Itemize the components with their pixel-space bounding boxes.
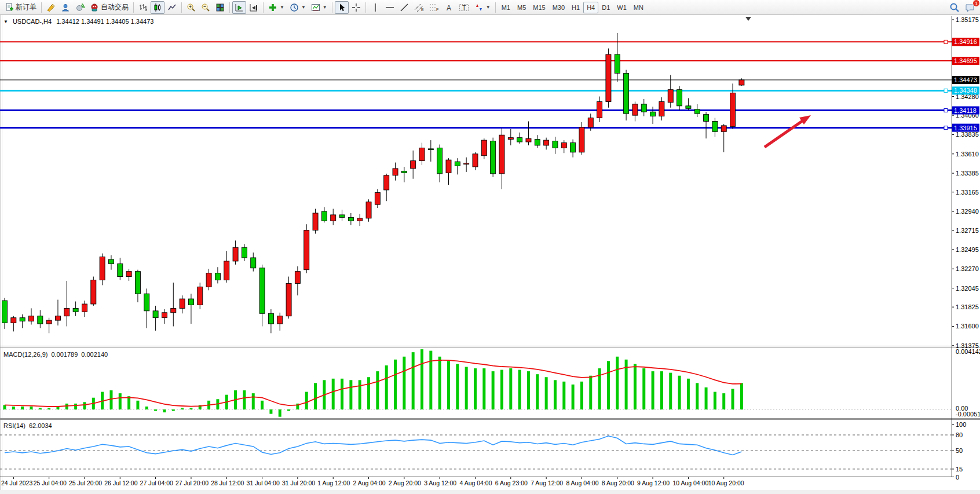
- chat-button[interactable]: 1: [963, 1, 978, 14]
- candle-body: [588, 118, 593, 127]
- candle-body: [339, 215, 345, 217]
- candle-body: [11, 318, 16, 323]
- macd-axis-label: 0.004142: [956, 348, 980, 355]
- macd-histogram-bar: [367, 377, 370, 409]
- rsi-value: 62.0034: [29, 422, 52, 429]
- cursor-tool-button[interactable]: [335, 1, 349, 14]
- tab-timeframe-H1[interactable]: H1: [568, 2, 583, 13]
- tile-windows-icon: [215, 3, 225, 12]
- macd-histogram-bar: [376, 371, 379, 409]
- toolbar-separator: [181, 2, 182, 13]
- candle-body: [526, 138, 531, 142]
- bar-chart-button[interactable]: [136, 1, 150, 14]
- macd-histogram-bar: [154, 409, 157, 411]
- community-button[interactable]: [58, 1, 72, 14]
- zoom-in-button[interactable]: [184, 1, 198, 14]
- new-order-icon: [5, 3, 14, 12]
- crosshair-tool-button[interactable]: [349, 1, 363, 14]
- trendline-tool-button[interactable]: [397, 1, 411, 14]
- chart-canvas[interactable]: 1.351751.342801.340601.338351.336101.333…: [0, 15, 980, 494]
- macd-histogram-bar: [447, 361, 450, 409]
- macd-histogram-bar: [545, 377, 548, 409]
- auto-trading-button[interactable]: 自动交易: [87, 1, 131, 14]
- price-tick-label: 1.32495: [956, 246, 979, 253]
- tab-timeframe-H4[interactable]: H4: [583, 2, 598, 13]
- candle-body: [233, 247, 238, 261]
- indicators-button[interactable]: ▼: [266, 1, 287, 14]
- svg-text:F: F: [436, 8, 438, 12]
- timeframe-group: M1M5M15M30H1H4D1W1MN: [498, 2, 647, 13]
- tile-windows-button[interactable]: [213, 1, 227, 14]
- macd-histogram-bar: [500, 370, 503, 409]
- tab-timeframe-M15[interactable]: M15: [529, 2, 548, 13]
- collapse-triangle-icon[interactable]: ▼: [3, 19, 8, 24]
- macd-histogram-bar: [39, 408, 42, 409]
- macd-histogram-bar: [420, 349, 423, 409]
- text-label-tool-button[interactable]: T: [456, 1, 471, 14]
- macd-histogram-bar: [189, 408, 192, 409]
- chevron-down-icon: ▼: [280, 5, 284, 10]
- new-order-button[interactable]: 新订单: [2, 1, 39, 14]
- macd-histogram-bar: [714, 392, 716, 409]
- macd-histogram-bar: [341, 379, 343, 409]
- line-chart-button[interactable]: [165, 1, 179, 14]
- bottom-strip: [0, 490, 980, 494]
- tab-timeframe-W1[interactable]: W1: [613, 2, 630, 13]
- candle-body: [455, 162, 460, 166]
- candle-body: [668, 90, 673, 103]
- macd-histogram-bar: [696, 383, 699, 409]
- price-tick-label: 1.31825: [956, 303, 979, 310]
- search-button[interactable]: [947, 1, 962, 14]
- macd-histogram-bar: [269, 409, 272, 414]
- horizontal-line-tool-button[interactable]: [383, 1, 397, 14]
- tab-timeframe-MN[interactable]: MN: [630, 2, 647, 13]
- hline-handle[interactable]: [944, 40, 948, 43]
- candle-body: [277, 316, 283, 324]
- macd-histogram-bar: [687, 379, 690, 409]
- community-person-icon: [61, 3, 70, 12]
- candle-body: [144, 294, 149, 311]
- hline-handle[interactable]: [944, 126, 948, 130]
- candle-body: [694, 109, 700, 114]
- chart-shift-button[interactable]: [247, 1, 261, 14]
- price-tick-label: 1.33835: [956, 131, 979, 138]
- time-tick-label: 10 Aug 04:00: [672, 480, 708, 486]
- text-tool-button[interactable]: A: [442, 1, 456, 14]
- chart-window[interactable]: 1.351751.342801.340601.338351.336101.333…: [0, 15, 980, 494]
- macd-signal-value: 0.002140: [81, 351, 108, 358]
- rsi-name: RSI(14): [3, 422, 25, 429]
- candle-body: [55, 316, 60, 320]
- tab-timeframe-D1[interactable]: D1: [598, 2, 613, 13]
- candle-body: [411, 161, 416, 169]
- channel-tool-button[interactable]: E: [412, 1, 426, 14]
- signals-button[interactable]: [73, 1, 87, 14]
- candle-body: [46, 320, 52, 324]
- hline-handle[interactable]: [944, 109, 948, 112]
- candle-body: [162, 313, 167, 318]
- candle-body: [419, 148, 425, 160]
- main-toolbar: 新订单: [0, 0, 980, 15]
- tab-timeframe-M5[interactable]: M5: [514, 2, 529, 13]
- templates-button[interactable]: ▼: [309, 1, 330, 14]
- crayon-tool-button[interactable]: [44, 1, 58, 14]
- price-tick-label: 1.35175: [956, 16, 979, 23]
- fibonacci-tool-button[interactable]: F: [427, 1, 441, 14]
- periods-button[interactable]: ▼: [287, 1, 308, 14]
- vertical-line-tool-button[interactable]: [368, 1, 382, 14]
- candlestick-chart-button[interactable]: [151, 1, 164, 14]
- cursor-icon: [337, 3, 346, 12]
- candle-body: [632, 104, 638, 115]
- time-tick-label: 4 Aug 04:00: [459, 480, 492, 486]
- zoom-out-button[interactable]: [199, 1, 213, 14]
- clock-icon: [290, 3, 299, 12]
- hline-handle[interactable]: [944, 89, 948, 92]
- time-tick-label: 3 Aug 12:00: [424, 480, 456, 486]
- auto-scroll-button[interactable]: [232, 1, 246, 14]
- equidistant-channel-icon: E: [414, 3, 424, 12]
- new-order-label: 新订单: [16, 2, 36, 12]
- arrows-tool-button[interactable]: ▼: [472, 1, 493, 14]
- tab-timeframe-M1[interactable]: M1: [498, 2, 514, 13]
- price-tick-label: 1.32940: [956, 208, 979, 215]
- tab-timeframe-M30[interactable]: M30: [549, 2, 568, 13]
- candle-body: [38, 316, 43, 324]
